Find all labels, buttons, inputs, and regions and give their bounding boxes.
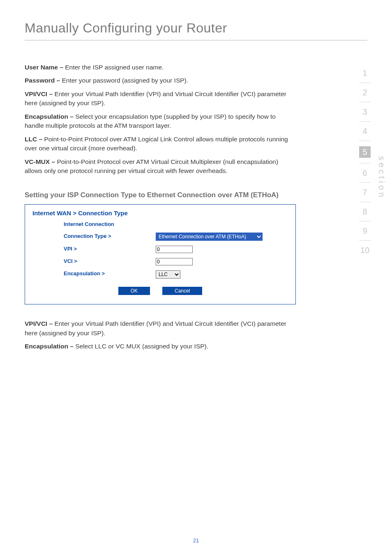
section-index-2[interactable]: 2 [357, 83, 373, 102]
section-index-3[interactable]: 3 [357, 102, 373, 121]
vcmux-label: VC-MUX – [25, 158, 57, 165]
section-index-4[interactable]: 4 [357, 122, 373, 141]
page-title: Manually Configuring your Router [25, 21, 367, 36]
llc-label: LLC – [25, 136, 44, 143]
body-content: User Name – Enter the ISP assigned user … [0, 46, 337, 304]
section-index-9[interactable]: 9 [357, 221, 373, 240]
panel-title: Internet WAN > Connection Type [32, 209, 288, 218]
subheading: Setting your ISP Connection Type to Ethe… [25, 191, 296, 200]
section-index-5[interactable]: 5 [359, 146, 371, 158]
lower-encapsulation-text: Select LLC or VC MUX (assigned by your I… [75, 343, 208, 350]
ok-button[interactable]: OK [118, 287, 150, 295]
section-index-8[interactable]: 8 [357, 202, 373, 221]
section-index-7[interactable]: 7 [357, 183, 373, 202]
section-index-1[interactable]: 1 [357, 64, 373, 83]
connection-type-label: Connection Type > [32, 233, 156, 240]
llc-text: Point-to-Point Protocol over ATM Logical… [25, 136, 288, 152]
lower-vpi-vci-label: VPI/VCI – [25, 320, 54, 327]
encapsulation-field-label: Encapsulation > [32, 270, 156, 278]
section-index-10[interactable]: 10 [357, 241, 373, 260]
vci-input[interactable] [156, 258, 193, 265]
settings-panel: Internet WAN > Connection Type Internet … [25, 204, 296, 304]
encapsulation-label: Encapsulation – [25, 113, 75, 120]
vcmux-text: Point-to-Point Protocol over ATM Virtual… [25, 158, 278, 174]
encapsulation-select[interactable]: LLC [156, 270, 180, 279]
section-index-6[interactable]: 6 [357, 164, 373, 182]
lower-content: VPI/VCI – Enter your Virtual Path Identi… [0, 304, 337, 351]
user-name-text: Enter the ISP assigned user name. [65, 64, 164, 71]
vpi-vci-label: VPI/VCI – [25, 90, 54, 97]
lower-vpi-vci-text: Enter your Virtual Path Identifier (VPI)… [25, 320, 286, 336]
section-vertical-label: section [377, 156, 386, 199]
page-number: 21 [0, 537, 392, 544]
lower-encapsulation-label: Encapsulation – [25, 343, 75, 350]
user-name-label: User Name – [25, 64, 65, 71]
vpi-label: VPI > [32, 245, 156, 253]
section-index: 1 2 3 4 5 6 7 8 9 10 [357, 64, 373, 260]
vpi-vci-text: Enter your Virtual Path Identifier (VPI)… [25, 90, 286, 106]
password-label: Password – [25, 77, 62, 84]
internet-connection-heading: Internet Connection [32, 221, 156, 228]
title-rule [25, 40, 367, 41]
vci-label: VCI > [32, 258, 156, 265]
vpi-input[interactable] [156, 246, 193, 253]
connection-type-select[interactable]: Ethernet Connection over ATM (ETHoA) [156, 233, 263, 241]
password-text: Enter your password (assigned by your IS… [62, 77, 188, 84]
cancel-button[interactable]: Cancel [162, 287, 202, 295]
